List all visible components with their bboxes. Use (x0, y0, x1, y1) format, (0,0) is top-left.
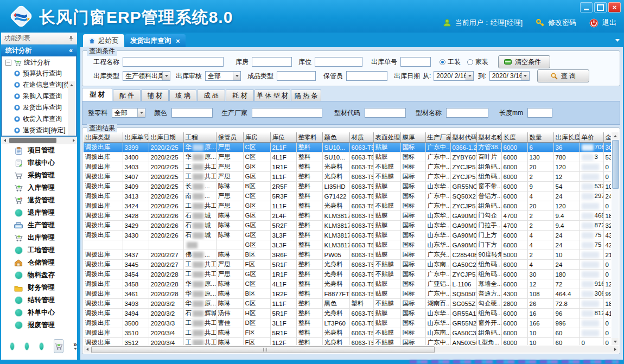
color-input[interactable] (171, 108, 213, 118)
column-header[interactable]: 出库类型 (84, 132, 123, 143)
table-row[interactable]: 调拨出库33992020/2/25华原...严思C区2L1F整料SU10...6… (84, 143, 611, 152)
profile-name-input[interactable] (446, 108, 488, 118)
table-row[interactable]: 调拨出库34612020/2/28华原...陈琳B区1R2F整料F8877FT6… (84, 289, 611, 299)
tree-horizontal-scrollbar[interactable] (1, 137, 77, 145)
column-header[interactable]: 生产厂家 (425, 132, 450, 143)
sidebar-item-生产管理[interactable]: 生产管理 (1, 219, 77, 232)
menu-overflow-button[interactable]: » (73, 342, 77, 350)
column-header[interactable]: 出库单号 (123, 132, 149, 143)
column-header[interactable]: 库位 (270, 132, 296, 143)
product-type-input[interactable] (277, 71, 316, 81)
date-from-select[interactable]: 2020/ 2/16 (434, 71, 474, 81)
table-row[interactable]: 调拨出库34072020/2/25工共工程严思G区1L1F整料光身料6063-T… (84, 172, 611, 182)
warehouse-input[interactable] (252, 57, 292, 67)
radio-jiazhuang[interactable] (467, 59, 473, 65)
tree-item[interactable]: 发货出库查询 (14, 102, 76, 113)
shortcut-circle-icon[interactable] (10, 342, 15, 350)
tab-close-icon[interactable]: × (176, 37, 180, 45)
table-row[interactable]: 调拨出库34032020/2/25工共工程严思G区1R1F整料光身料6063-T… (84, 162, 611, 172)
material-tab[interactable]: 型 材 (82, 88, 112, 101)
tree-root[interactable]: 统计分析 (2, 56, 76, 68)
table-row[interactable]: 调拨出库34292020/2/26石城陈琳G区5R2F整料KLM38176063… (84, 221, 611, 231)
location-input[interactable] (315, 57, 362, 67)
table-row[interactable]: G区3L3F整料KLM38176063-T5贴膜国标山东华...GA90M09.… (84, 240, 611, 250)
scroll-down-icon[interactable] (612, 338, 619, 345)
sidebar-item-审核中心[interactable]: 审核中心 (1, 157, 77, 169)
logout-link[interactable]: 退出 (602, 18, 616, 28)
table-row[interactable]: 调拨出库34302020/2/26石城陈琳G区3L3F整料KLM38176063… (84, 231, 611, 240)
table-row[interactable]: 调拨出库34582020/2/28华原...陈琳C区4L1F整料光身料6063-… (84, 279, 611, 289)
collapse-icon[interactable]: « (69, 47, 73, 54)
scroll-left-icon[interactable] (1, 137, 8, 144)
scroll-up-icon[interactable] (612, 132, 619, 139)
tree-item[interactable]: 预算执行查询 (14, 68, 76, 79)
column-header[interactable]: 颜色 (322, 132, 349, 143)
tab-outbound-query[interactable]: 发货出库查询 × (125, 34, 186, 47)
column-header[interactable]: 单价 (580, 132, 603, 143)
column-header[interactable]: 保管员 (216, 132, 243, 143)
column-header[interactable]: 长度 (501, 132, 527, 143)
keeper-input[interactable] (346, 71, 387, 81)
column-header[interactable]: 工程 (183, 132, 216, 143)
sidebar-item-出库管理[interactable]: 出库管理 (1, 232, 77, 244)
sidebar-item-采购管理[interactable]: 采购管理 (1, 169, 77, 182)
column-header[interactable]: 整零料 (296, 132, 322, 143)
table-row[interactable]: 调拨出库34372020/2/27佛...陈琳B区3R6F整料PW056063-… (84, 250, 611, 260)
change-password-link[interactable]: 修改密码 (548, 18, 576, 28)
minimize-icon[interactable] (580, 2, 593, 12)
tree-expander-icon[interactable] (5, 60, 11, 66)
cart-shortcut-button[interactable] (54, 339, 63, 353)
section-header-statistics[interactable]: 统计分析 « (1, 44, 77, 56)
table-row[interactable]: 调拨出库34002020/2/25华原...严思C区4L1F整料SU10...6… (84, 152, 611, 162)
column-header[interactable]: 出库长度 (553, 132, 580, 143)
manufacturer-input[interactable] (252, 108, 322, 118)
profile-code-input[interactable] (365, 108, 406, 118)
table-row[interactable]: 调拨出库35102020/3/4工共工程陈琳F区5R1F整料光身料6063-T5… (84, 328, 611, 338)
sidebar-item-物料盘存[interactable]: 物料盘存 (1, 269, 77, 282)
column-header[interactable]: 表面处理 (373, 132, 400, 143)
tree-vertical-scrollbar[interactable] (68, 81, 75, 137)
material-tab[interactable]: 隔 热 条 (291, 90, 321, 101)
column-header[interactable]: 型材代码 (450, 132, 476, 143)
material-tab[interactable]: 成 品 (197, 90, 225, 101)
date-to-select[interactable]: 2020/ 3/16 (489, 71, 530, 81)
column-header[interactable]: 出库日期 (149, 132, 183, 143)
table-row[interactable]: 调拨出库34452020/2/27工共工程严思F区5R1F整料光身料6063-T… (84, 260, 611, 270)
sidebar-item-项目管理[interactable]: 项目管理 (1, 144, 77, 157)
column-header[interactable]: 金额 (603, 132, 611, 143)
table-row[interactable]: 调拨出库34282020/2/26石城陈琳G区2L4F整料KLM38176063… (84, 211, 611, 221)
clear-conditions-button[interactable]: 清空条件 (498, 55, 550, 68)
material-tab[interactable]: 单 体 型 材 (254, 90, 290, 101)
table-row[interactable]: 调拨出库34242020/2/26工共工程严思G区1L1F整料光身料6063-T… (84, 201, 611, 211)
table-row[interactable]: 调拨出库34132020/2/26南...严思C区5R3F整料G71422606… (84, 191, 611, 201)
scroll-up-icon[interactable] (68, 81, 75, 88)
sidebar-item-补单中心[interactable]: 补单中心 (1, 306, 77, 319)
scrollbar-thumb[interactable] (612, 140, 619, 189)
material-tab[interactable]: 耗 材 (226, 90, 254, 101)
tree-item[interactable]: 收货入库查询 (14, 113, 76, 125)
table-row[interactable]: 调拨出库34542020/2/28工共工程严思G区1R1F整料光身料6063-T… (84, 270, 611, 279)
scroll-left-icon[interactable] (84, 346, 91, 353)
shortcut-circle-icon[interactable] (39, 342, 44, 350)
scroll-right-icon[interactable] (612, 346, 619, 353)
sidebar-item-退货管理[interactable]: 退货管理 (1, 194, 77, 207)
maximize-icon[interactable] (594, 2, 607, 12)
table-horizontal-scrollbar[interactable] (84, 346, 619, 353)
table-row[interactable]: 调拨出库35122020/3/4工共工程陈琳F区1L2F整料光身料6063-T5… (84, 338, 611, 346)
project-name-input[interactable] (123, 57, 224, 67)
scrollbar-thumb[interactable] (91, 346, 435, 353)
column-header[interactable]: 型材名称 (476, 132, 501, 143)
sidebar-item-退库管理[interactable]: 退库管理 (1, 207, 77, 219)
column-header[interactable]: 材质 (349, 132, 373, 143)
tree-item[interactable]: 在途信息查询[待 (14, 79, 76, 91)
search-button[interactable]: 查 询 (537, 69, 589, 82)
table-vertical-scrollbar[interactable] (612, 132, 619, 345)
length-input[interactable] (527, 108, 552, 118)
tab-list-dropdown-icon[interactable] (615, 39, 620, 42)
sidebar-item-财务管理[interactable]: 财务管理 (1, 282, 77, 294)
whole-scrap-select[interactable]: 全部 (112, 108, 145, 118)
order-no-input[interactable] (400, 57, 431, 67)
sidebar-item-报废管理[interactable]: 报废管理 (1, 319, 77, 331)
table-row[interactable]: 调拨出库34092020/2/25长...陈琳B区2R5F整料LI35HD606… (84, 182, 611, 191)
sidebar-item-仓储管理[interactable]: 仓储管理 (1, 257, 77, 269)
